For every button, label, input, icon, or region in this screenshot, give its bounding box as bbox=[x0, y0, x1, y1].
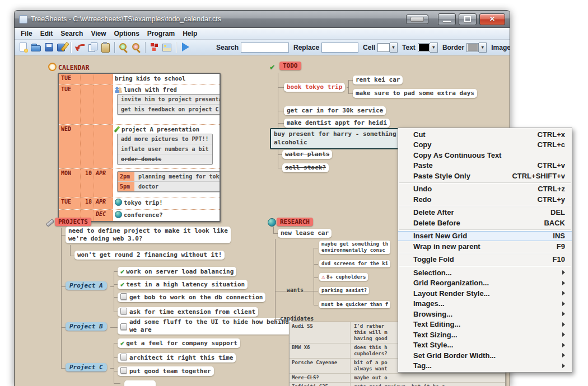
menu-item-text-editing[interactable]: Text Editing... bbox=[398, 319, 572, 330]
zoom-out-icon[interactable] bbox=[130, 41, 142, 53]
wants-item[interactable]: dvd screens for the ki bbox=[319, 260, 390, 267]
calendar-header[interactable]: CALENDAR bbox=[48, 63, 89, 72]
copy-icon[interactable] bbox=[87, 41, 99, 53]
dropdown-arrow-icon[interactable] bbox=[390, 43, 398, 53]
table-row[interactable]: Merc CLS? maybe out o bbox=[290, 373, 505, 382]
menu-item-tag[interactable]: Tag... bbox=[398, 361, 572, 371]
menu-item-wrap-in-new-parent[interactable]: Wrap in new parentF9 bbox=[398, 241, 572, 252]
menu-edit[interactable]: Edit bbox=[36, 29, 57, 38]
menu-options[interactable]: Options bbox=[110, 29, 143, 38]
menu-item-copy[interactable]: CopyCTRL+c bbox=[398, 140, 572, 150]
calendar-subgrid[interactable]: add more pictures to PPT!! inflate user … bbox=[117, 134, 213, 164]
search-input[interactable] bbox=[241, 43, 289, 53]
todo-item[interactable]: book tokyo trip bbox=[284, 83, 345, 92]
calendar-subgrid[interactable]: 2pm planning meeting for tokyo 5pm docto… bbox=[117, 171, 221, 192]
menu-item-paste[interactable]: PasteCTRL+v bbox=[398, 161, 572, 171]
menu-program[interactable]: Program bbox=[143, 29, 179, 38]
paste-icon[interactable] bbox=[100, 41, 111, 53]
menu-search[interactable]: Search bbox=[57, 29, 87, 38]
menu-item-browsing[interactable]: Browsing... bbox=[398, 309, 572, 319]
task-item[interactable]: add some fluff to the UI to hide how beh… bbox=[118, 318, 292, 335]
title-bar[interactable]: TreeSheets - C:\w\treesheets\TS\examples… bbox=[15, 11, 510, 28]
todo-subitem[interactable]: make sure to pad some extra days bbox=[353, 89, 477, 98]
todo-item[interactable]: sell stock? bbox=[282, 163, 329, 172]
checkbox-icon[interactable] bbox=[120, 367, 127, 374]
calendar-grid[interactable]: TUE bring kids to school TUE lunch with … bbox=[58, 73, 221, 222]
project-c-pill[interactable]: Project C bbox=[66, 363, 107, 371]
calendar-row[interactable]: WED project A presentation add more pict… bbox=[59, 124, 220, 168]
calendar-subgrid[interactable]: invite him to project presentation get h… bbox=[117, 94, 221, 115]
menu-item-paste-style-only[interactable]: Paste Style OnlyCTRL+SHIFT+v bbox=[398, 171, 572, 181]
wants-label[interactable]: wants bbox=[287, 287, 304, 293]
menu-item-text-style[interactable]: Text Style... bbox=[398, 340, 572, 351]
menu-item-cut[interactable]: CutCTRL+x bbox=[398, 129, 572, 140]
selected-cell[interactable]: buy present for harry - something alcoho… bbox=[270, 128, 418, 149]
menu-item-images[interactable]: Images... bbox=[398, 299, 572, 309]
project-b-pill[interactable]: Project B bbox=[66, 322, 107, 331]
menu-item-delete-after[interactable]: Delete AfterDEL bbox=[398, 208, 572, 218]
menu-item-selection[interactable]: Selection... bbox=[398, 267, 572, 278]
toolbar-toggle-button[interactable] bbox=[406, 15, 428, 24]
projects-note[interactable]: need to define project to make it look l… bbox=[66, 227, 231, 243]
dropdown-arrow-icon[interactable] bbox=[479, 43, 487, 53]
task-item[interactable]: work on server load balancing bbox=[118, 267, 236, 276]
checkbox-icon[interactable] bbox=[120, 293, 127, 300]
replace-input[interactable] bbox=[321, 43, 358, 53]
todo-item[interactable]: make dentist appt for heidi bbox=[284, 119, 390, 128]
wants-item[interactable]: maybe get something th environmentally c… bbox=[319, 241, 390, 254]
task-item[interactable]: get bob to work on the db connection bbox=[118, 293, 265, 302]
wants-item[interactable]: 8+ cupholders bbox=[319, 273, 368, 281]
color-run-icon[interactable] bbox=[148, 41, 160, 53]
save-icon[interactable] bbox=[43, 41, 55, 53]
menu-item-text-sizing[interactable]: Text Sizing... bbox=[398, 329, 572, 340]
checkbox-icon[interactable] bbox=[120, 354, 127, 360]
calendar-row[interactable]: MON 10 APR 2pm planning meeting for toky… bbox=[59, 168, 220, 197]
calendar-row[interactable]: TUE 18 APR tokyo trip! bbox=[59, 197, 220, 209]
open-folder-icon[interactable] bbox=[30, 41, 42, 53]
zoom-in-icon[interactable] bbox=[118, 41, 129, 53]
research-item[interactable]: new lease car bbox=[278, 229, 332, 238]
checkbox-icon[interactable] bbox=[120, 323, 127, 330]
wants-item[interactable]: parking assist? bbox=[319, 287, 369, 294]
menu-help[interactable]: Help bbox=[179, 29, 201, 38]
menu-item-insert-new-grid[interactable]: Insert New GridINS bbox=[398, 231, 572, 242]
table-row[interactable]: Infiniti G35 gets good reviews, but it b… bbox=[290, 382, 505, 386]
todo-header[interactable]: TODO bbox=[279, 62, 301, 70]
menu-item-redo[interactable]: RedoCTRL+y bbox=[398, 194, 572, 205]
dropdown-arrow-icon[interactable] bbox=[430, 43, 438, 53]
todo-item[interactable]: water plants bbox=[282, 150, 332, 159]
projects-note[interactable]: won't get round 2 financing without it! bbox=[74, 251, 225, 260]
todo-subitem[interactable]: rent kei car bbox=[353, 76, 403, 84]
undo-icon[interactable] bbox=[74, 41, 86, 53]
menu-item-copy-as-continuous-text[interactable]: Copy As Continuous Text bbox=[398, 150, 572, 161]
close-button[interactable] bbox=[479, 13, 505, 25]
task-item[interactable]: architect it right this time bbox=[118, 353, 236, 363]
run-program-icon[interactable] bbox=[179, 41, 191, 53]
calendar-row[interactable]: TUE lunch with fred invite him to projec… bbox=[59, 84, 220, 124]
task-item[interactable]: test in a high latency situation bbox=[118, 280, 248, 289]
todo-item[interactable]: get car in for 30k service bbox=[284, 106, 386, 115]
menu-item-layout-render-style[interactable]: Layout Render Style... bbox=[398, 288, 572, 299]
image-export-icon[interactable] bbox=[161, 41, 173, 53]
cell-color-dropdown[interactable] bbox=[377, 43, 398, 53]
menu-file[interactable]: File bbox=[17, 29, 36, 38]
research-header[interactable]: RESEARCH bbox=[277, 218, 313, 226]
minimize-button[interactable] bbox=[438, 13, 456, 25]
task-item[interactable]: get a feel for company support bbox=[118, 338, 240, 348]
wants-item[interactable]: must be quicker than f bbox=[319, 301, 390, 308]
menu-item-toggle-fold[interactable]: Toggle FoldF10 bbox=[398, 255, 572, 265]
text-color-dropdown[interactable] bbox=[418, 43, 438, 53]
task-item[interactable]: ask for time extension from client bbox=[118, 307, 258, 317]
maximize-button[interactable] bbox=[459, 13, 477, 25]
border-color-dropdown[interactable] bbox=[466, 43, 487, 53]
task-item[interactable] bbox=[124, 380, 156, 386]
task-item[interactable]: put good team together bbox=[118, 366, 214, 376]
new-file-icon[interactable] bbox=[17, 41, 29, 53]
edit-save-icon[interactable] bbox=[56, 41, 68, 53]
menu-item-set-grid-border-width[interactable]: Set Grid Border Width... bbox=[398, 350, 572, 361]
menu-item-grid-reorganization[interactable]: Grid Reorganization... bbox=[398, 278, 572, 289]
menu-view[interactable]: View bbox=[87, 29, 110, 38]
project-a-pill[interactable]: Project A bbox=[66, 281, 107, 290]
menu-item-delete-before[interactable]: Delete BeforeBACK bbox=[398, 218, 572, 228]
checkbox-icon[interactable] bbox=[120, 308, 127, 314]
